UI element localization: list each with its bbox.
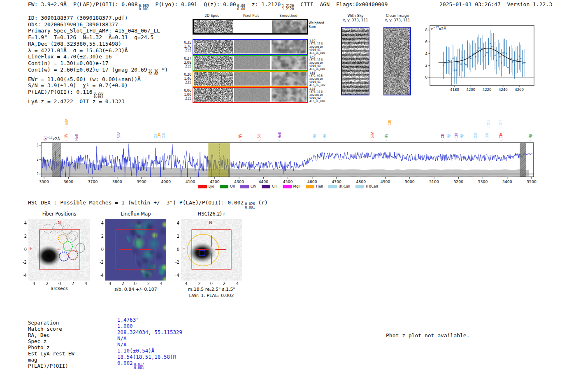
lineflux-east-label: E (107, 246, 109, 251)
legend-label: CIII (272, 184, 277, 188)
y-tick-label: 0 (170, 247, 179, 252)
svg-text:3600: 3600 (63, 179, 73, 184)
info-line-6: LineFlux = 4.70(±2.30)e-16 (28, 53, 168, 60)
emission-line-label: ( Hβ (460, 134, 465, 141)
svg-text:4200: 4200 (210, 179, 220, 184)
info-line-5: λ = 4221.01Å σ = 15.63(±6.23)Å (28, 47, 168, 54)
hsc-panel-title: HSC(26.2) r (180, 211, 243, 217)
info-line-9: EWr = 11.00(±5.60) (w: 0.00(±nan))Å (28, 76, 168, 83)
hsc-cutout-image (181, 219, 242, 281)
svg-text:5500: 5500 (527, 179, 537, 184)
detection-info-block: ID: 3090188377 (3090188377.pdf)Obs: 2020… (28, 15, 168, 105)
legend-label: MgII (293, 184, 301, 188)
spec2d-col-header-3: Smoothed (268, 14, 309, 18)
catalog-match-table: Separation1.4763"Match score1.000RA, Dec… (28, 317, 201, 370)
legend-swatch (198, 185, 207, 188)
spec2d-row (193, 87, 308, 103)
table-row-value: 208.324034, 55.115329 (117, 329, 182, 335)
table-row-value: 1.10(±0.54)Å (117, 348, 154, 354)
header-z: z: 1.21201.21201.2120 (252, 1, 294, 11)
emission-line-label: ( OVI (64, 132, 69, 141)
y-tick-label: 4 (94, 221, 104, 225)
legend-label: HeII (316, 184, 323, 188)
y-tick-label: 4 (170, 221, 179, 225)
legend-item: HeII (306, 184, 323, 188)
spec2d-row0-spec (194, 20, 233, 33)
x-tick-label: 0 (130, 281, 140, 286)
emission-line-label: ( SiIV (65, 119, 70, 128)
info-line-0: ID: 3090188377 (3090188377.pdf) (28, 15, 168, 21)
emission-line-label: ( OIII (162, 133, 167, 141)
table-row-label: P(LAE)/P(OII) (28, 363, 68, 369)
svg-text:4500: 4500 (283, 179, 293, 184)
y-tick-label: -4 (17, 273, 27, 278)
clean-image (383, 27, 411, 95)
clean-coords: x, y: 373, 111 (381, 18, 414, 22)
legend-swatch (355, 185, 364, 188)
emission-line-label: ( CIII (388, 120, 393, 128)
lineflux-map-image (105, 219, 166, 281)
emission-line-label: ( OIII (474, 133, 478, 141)
hsc-caption-1: m:18.5 re:2.5" s:1.5" (170, 287, 253, 292)
legend-swatch (328, 185, 337, 188)
spec2d-row-right-labels: 2.35"(373, 111)20200619v016_02415_LL_010 (309, 88, 328, 103)
spec2d-row3-smooth (272, 72, 307, 86)
table-row-value: N/A (117, 341, 127, 348)
legend-swatch (262, 185, 270, 188)
emission-line-label: ( SiIV (117, 132, 122, 141)
spec2d-row3-flat (234, 72, 270, 86)
header-summary-line: EW: 3.9±2.9Å P(LAE)/P(OII): 0.0080.0890.… (28, 1, 388, 11)
spec2d-row-right-labels: WeightedSum (309, 21, 327, 29)
spec2d-col-header-1: 2D Spec (191, 14, 232, 18)
withsky-title: With Sky (339, 14, 372, 18)
svg-text:4100: 4100 (186, 179, 195, 184)
legend-label: CIV (251, 184, 256, 188)
x-tick-label: 0 (207, 281, 216, 286)
spec2d-row (193, 71, 308, 87)
svg-text:0: 0 (37, 172, 39, 176)
phot-z-note: Phot z plot not available. (386, 332, 470, 339)
spec2d-row2-smooth (272, 56, 307, 70)
emission-line-label: ( OIII (485, 133, 490, 141)
svg-text:4220: 4220 (483, 88, 492, 92)
legend-item: OII (220, 184, 235, 188)
table-row-label: Match score (28, 326, 62, 332)
info-line-11: P(LAE)/P(OII): 0.1160.2830.037 (28, 89, 168, 98)
svg-text:4300: 4300 (234, 179, 244, 184)
info-line-2: Primary Spec_Slot_IFU_AMP: 415_048_067_L… (28, 28, 168, 34)
table-row-label: Spec z (28, 338, 46, 344)
svg-text:4700: 4700 (332, 179, 341, 184)
emission-line-label: HeII (74, 134, 79, 141)
svg-text:5: 5 (37, 157, 39, 162)
svg-text:4200: 4200 (466, 88, 475, 92)
legend-label: Lyα (209, 184, 215, 188)
lineflux-north-label: N (133, 220, 137, 225)
spec2d-row1-flat (234, 40, 270, 53)
spec2d-row4-spec (194, 88, 233, 102)
hsc-east-label: E (182, 246, 185, 251)
svg-text:4400: 4400 (258, 179, 268, 184)
y-tick-label: -4 (94, 273, 104, 278)
emission-line-label: ( CIII (454, 133, 459, 141)
legend-swatch (220, 185, 228, 188)
x-tick-label: -2 (42, 281, 51, 286)
svg-text:5400: 5400 (502, 179, 512, 184)
spec2d-row1-smooth (272, 40, 307, 53)
fiber-panel-title: Fiber Positions (28, 211, 90, 217)
legend-item: Lyα (198, 184, 215, 188)
legend-swatch (283, 185, 292, 188)
table-row-value: N/A (117, 335, 127, 341)
x-tick-label: -2 (194, 281, 204, 286)
legend-swatch (240, 185, 249, 188)
header-plya: P(Lyα): 0.091 (156, 1, 197, 11)
svg-text:3500: 3500 (39, 179, 49, 184)
header-ew: EW: 3.9±2.9Å (28, 1, 67, 11)
info-line-3: F=1.9" T=0.126 N̄=1.32 Ā=0.31 g=24.5 (28, 34, 168, 41)
spec2d-row (193, 19, 308, 35)
emission-line-label: ( OIII (487, 120, 492, 128)
hsc-dex-match-line: HSC-DEX : Possible Matches = 1 (within +… (28, 199, 268, 209)
svg-text:2: 2 (425, 63, 427, 67)
svg-text:4260: 4260 (515, 88, 524, 92)
line-fit-plot: 4180420042204240426002468 (420, 21, 539, 95)
spectrum-legend: LyαOIICIVCIIIMgIIHeII(K)CaII(H)CaII (43, 184, 533, 188)
